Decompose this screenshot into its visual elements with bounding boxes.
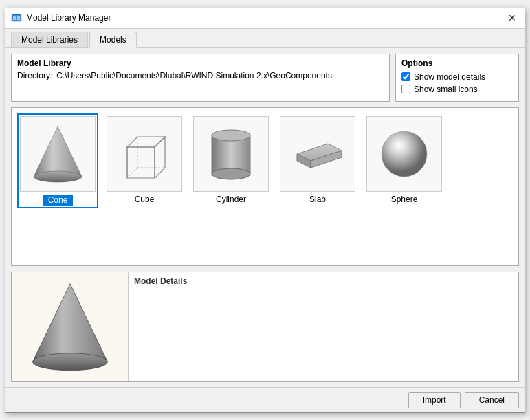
model-label-sphere: Sphere (391, 195, 418, 204)
svg-marker-4 (34, 126, 82, 177)
svg-rect-3 (12, 14, 21, 15)
show-model-details-label: Show model details (414, 72, 485, 82)
close-button[interactable]: ✕ (505, 11, 519, 25)
slab-icon (290, 123, 345, 185)
model-thumb-slab (280, 116, 355, 192)
svg-point-21 (382, 131, 427, 177)
show-small-icons-label: Show small icons (414, 85, 478, 94)
svg-marker-8 (155, 137, 165, 178)
models-grid-box: Cone (11, 107, 519, 266)
cone-icon (30, 123, 85, 185)
app-icon (11, 12, 22, 23)
model-label-cylinder: Cylinder (216, 195, 246, 204)
main-window: Model Library Manager ✕ Model Libraries … (5, 8, 525, 413)
sphere-icon (377, 123, 432, 185)
tabs-bar: Model Libraries Models (5, 29, 525, 48)
cylinder-icon (203, 123, 258, 185)
model-item-slab[interactable]: Slab (277, 113, 358, 208)
preview-cone-icon (25, 278, 115, 375)
model-item-cylinder[interactable]: Cylinder (190, 113, 272, 208)
model-label-slab: Slab (309, 195, 326, 204)
tab-models[interactable]: Models (89, 32, 137, 48)
model-library-box: Model Library Directory: C:\Users\Public… (11, 54, 390, 102)
model-preview (12, 272, 129, 381)
directory-path: C:\Users\Public\Documents\Dlubal\RWIND S… (56, 71, 332, 80)
model-thumb-sphere (366, 116, 442, 192)
top-section: Model Library Directory: C:\Users\Public… (11, 54, 519, 102)
titlebar: Model Library Manager ✕ (5, 8, 525, 29)
show-model-details-checkbox[interactable]: Show model details (401, 72, 513, 82)
options-title: Options (401, 58, 513, 68)
svg-point-5 (34, 171, 82, 182)
svg-point-15 (212, 168, 250, 179)
model-details-title: Model Details (134, 276, 513, 286)
show-small-icons-input[interactable] (401, 85, 410, 93)
svg-rect-2 (17, 16, 20, 20)
models-grid: Cone (17, 113, 513, 208)
show-model-details-input[interactable] (401, 72, 410, 81)
svg-line-12 (127, 168, 137, 178)
model-details-pane: Model Details (129, 272, 518, 381)
directory-label: Directory: (17, 71, 52, 80)
bottom-section: Model Details (11, 272, 519, 382)
model-label-cone: Cone (43, 195, 74, 206)
cancel-button[interactable]: Cancel (465, 392, 519, 408)
window-title: Model Library Manager (26, 13, 111, 23)
show-small-icons-checkbox[interactable]: Show small icons (401, 85, 513, 94)
options-box: Options Show model details Show small ic… (395, 54, 519, 102)
svg-rect-1 (13, 16, 16, 20)
footer: Import Cancel (5, 387, 525, 412)
tab-model-libraries[interactable]: Model Libraries (11, 32, 88, 47)
model-thumb-cylinder (193, 116, 269, 192)
cube-icon (117, 123, 172, 185)
model-library-title: Model Library (17, 58, 384, 68)
model-item-cube[interactable]: Cube (104, 113, 185, 208)
svg-marker-6 (127, 147, 155, 178)
model-item-sphere[interactable]: Sphere (364, 113, 445, 208)
directory-row: Directory: C:\Users\Public\Documents\Dlu… (17, 71, 384, 80)
svg-point-23 (32, 353, 107, 370)
svg-point-14 (212, 130, 250, 141)
import-button[interactable]: Import (408, 392, 461, 408)
model-thumb-cone (20, 116, 96, 192)
model-thumb-cube (107, 116, 182, 192)
svg-marker-22 (32, 283, 107, 362)
model-item-cone[interactable]: Cone (17, 113, 98, 208)
main-content: Model Library Directory: C:\Users\Public… (5, 48, 525, 387)
model-label-cube: Cube (135, 195, 155, 204)
